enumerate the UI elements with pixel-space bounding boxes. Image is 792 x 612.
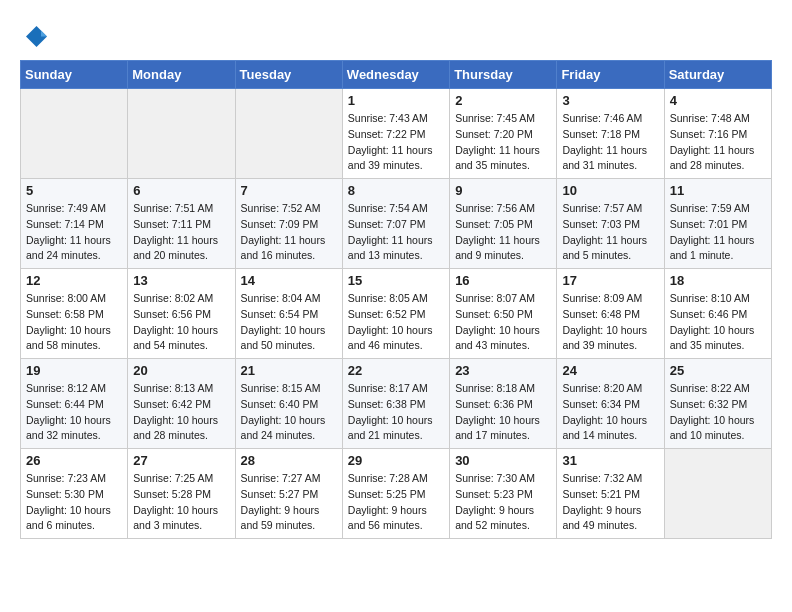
day-cell: 18Sunrise: 8:10 AM Sunset: 6:46 PM Dayli… <box>664 269 771 359</box>
day-info: Sunrise: 7:23 AM Sunset: 5:30 PM Dayligh… <box>26 471 122 534</box>
day-number: 22 <box>348 363 444 378</box>
day-info: Sunrise: 7:54 AM Sunset: 7:07 PM Dayligh… <box>348 201 444 264</box>
day-cell <box>21 89 128 179</box>
week-row-3: 12Sunrise: 8:00 AM Sunset: 6:58 PM Dayli… <box>21 269 772 359</box>
day-cell: 26Sunrise: 7:23 AM Sunset: 5:30 PM Dayli… <box>21 449 128 539</box>
day-cell: 19Sunrise: 8:12 AM Sunset: 6:44 PM Dayli… <box>21 359 128 449</box>
week-row-4: 19Sunrise: 8:12 AM Sunset: 6:44 PM Dayli… <box>21 359 772 449</box>
week-row-1: 1Sunrise: 7:43 AM Sunset: 7:22 PM Daylig… <box>21 89 772 179</box>
day-info: Sunrise: 7:25 AM Sunset: 5:28 PM Dayligh… <box>133 471 229 534</box>
day-number: 3 <box>562 93 658 108</box>
day-cell <box>664 449 771 539</box>
weekday-header-row: SundayMondayTuesdayWednesdayThursdayFrid… <box>21 61 772 89</box>
day-info: Sunrise: 8:22 AM Sunset: 6:32 PM Dayligh… <box>670 381 766 444</box>
day-number: 4 <box>670 93 766 108</box>
calendar-table: SundayMondayTuesdayWednesdayThursdayFrid… <box>20 60 772 539</box>
day-number: 18 <box>670 273 766 288</box>
day-cell: 8Sunrise: 7:54 AM Sunset: 7:07 PM Daylig… <box>342 179 449 269</box>
day-cell: 3Sunrise: 7:46 AM Sunset: 7:18 PM Daylig… <box>557 89 664 179</box>
day-cell: 22Sunrise: 8:17 AM Sunset: 6:38 PM Dayli… <box>342 359 449 449</box>
day-cell <box>235 89 342 179</box>
day-number: 8 <box>348 183 444 198</box>
day-info: Sunrise: 7:32 AM Sunset: 5:21 PM Dayligh… <box>562 471 658 534</box>
weekday-header-monday: Monday <box>128 61 235 89</box>
day-cell: 13Sunrise: 8:02 AM Sunset: 6:56 PM Dayli… <box>128 269 235 359</box>
day-number: 5 <box>26 183 122 198</box>
day-number: 19 <box>26 363 122 378</box>
day-number: 26 <box>26 453 122 468</box>
day-info: Sunrise: 8:09 AM Sunset: 6:48 PM Dayligh… <box>562 291 658 354</box>
day-info: Sunrise: 8:10 AM Sunset: 6:46 PM Dayligh… <box>670 291 766 354</box>
day-cell <box>128 89 235 179</box>
day-number: 24 <box>562 363 658 378</box>
page-header <box>20 20 772 50</box>
day-info: Sunrise: 7:30 AM Sunset: 5:23 PM Dayligh… <box>455 471 551 534</box>
day-number: 6 <box>133 183 229 198</box>
day-cell: 20Sunrise: 8:13 AM Sunset: 6:42 PM Dayli… <box>128 359 235 449</box>
weekday-header-tuesday: Tuesday <box>235 61 342 89</box>
weekday-header-wednesday: Wednesday <box>342 61 449 89</box>
weekday-header-saturday: Saturday <box>664 61 771 89</box>
day-cell: 25Sunrise: 8:22 AM Sunset: 6:32 PM Dayli… <box>664 359 771 449</box>
day-info: Sunrise: 8:18 AM Sunset: 6:36 PM Dayligh… <box>455 381 551 444</box>
day-number: 31 <box>562 453 658 468</box>
day-info: Sunrise: 8:20 AM Sunset: 6:34 PM Dayligh… <box>562 381 658 444</box>
day-number: 30 <box>455 453 551 468</box>
day-info: Sunrise: 7:46 AM Sunset: 7:18 PM Dayligh… <box>562 111 658 174</box>
day-number: 23 <box>455 363 551 378</box>
day-cell: 7Sunrise: 7:52 AM Sunset: 7:09 PM Daylig… <box>235 179 342 269</box>
day-info: Sunrise: 7:45 AM Sunset: 7:20 PM Dayligh… <box>455 111 551 174</box>
weekday-header-sunday: Sunday <box>21 61 128 89</box>
day-cell: 14Sunrise: 8:04 AM Sunset: 6:54 PM Dayli… <box>235 269 342 359</box>
day-cell: 4Sunrise: 7:48 AM Sunset: 7:16 PM Daylig… <box>664 89 771 179</box>
day-number: 20 <box>133 363 229 378</box>
day-info: Sunrise: 8:13 AM Sunset: 6:42 PM Dayligh… <box>133 381 229 444</box>
day-cell: 6Sunrise: 7:51 AM Sunset: 7:11 PM Daylig… <box>128 179 235 269</box>
day-cell: 9Sunrise: 7:56 AM Sunset: 7:05 PM Daylig… <box>450 179 557 269</box>
day-cell: 31Sunrise: 7:32 AM Sunset: 5:21 PM Dayli… <box>557 449 664 539</box>
day-cell: 15Sunrise: 8:05 AM Sunset: 6:52 PM Dayli… <box>342 269 449 359</box>
day-cell: 10Sunrise: 7:57 AM Sunset: 7:03 PM Dayli… <box>557 179 664 269</box>
day-number: 13 <box>133 273 229 288</box>
week-row-5: 26Sunrise: 7:23 AM Sunset: 5:30 PM Dayli… <box>21 449 772 539</box>
day-info: Sunrise: 8:07 AM Sunset: 6:50 PM Dayligh… <box>455 291 551 354</box>
day-cell: 16Sunrise: 8:07 AM Sunset: 6:50 PM Dayli… <box>450 269 557 359</box>
day-number: 12 <box>26 273 122 288</box>
weekday-header-thursday: Thursday <box>450 61 557 89</box>
day-cell: 29Sunrise: 7:28 AM Sunset: 5:25 PM Dayli… <box>342 449 449 539</box>
day-cell: 17Sunrise: 8:09 AM Sunset: 6:48 PM Dayli… <box>557 269 664 359</box>
day-info: Sunrise: 7:49 AM Sunset: 7:14 PM Dayligh… <box>26 201 122 264</box>
day-info: Sunrise: 7:56 AM Sunset: 7:05 PM Dayligh… <box>455 201 551 264</box>
logo <box>20 20 54 50</box>
day-cell: 5Sunrise: 7:49 AM Sunset: 7:14 PM Daylig… <box>21 179 128 269</box>
day-cell: 27Sunrise: 7:25 AM Sunset: 5:28 PM Dayli… <box>128 449 235 539</box>
day-info: Sunrise: 8:15 AM Sunset: 6:40 PM Dayligh… <box>241 381 337 444</box>
weekday-header-friday: Friday <box>557 61 664 89</box>
day-number: 27 <box>133 453 229 468</box>
day-info: Sunrise: 7:48 AM Sunset: 7:16 PM Dayligh… <box>670 111 766 174</box>
day-info: Sunrise: 8:02 AM Sunset: 6:56 PM Dayligh… <box>133 291 229 354</box>
day-info: Sunrise: 7:27 AM Sunset: 5:27 PM Dayligh… <box>241 471 337 534</box>
day-info: Sunrise: 8:17 AM Sunset: 6:38 PM Dayligh… <box>348 381 444 444</box>
day-number: 10 <box>562 183 658 198</box>
day-number: 16 <box>455 273 551 288</box>
day-cell: 30Sunrise: 7:30 AM Sunset: 5:23 PM Dayli… <box>450 449 557 539</box>
day-info: Sunrise: 7:57 AM Sunset: 7:03 PM Dayligh… <box>562 201 658 264</box>
day-cell: 24Sunrise: 8:20 AM Sunset: 6:34 PM Dayli… <box>557 359 664 449</box>
day-number: 14 <box>241 273 337 288</box>
day-cell: 21Sunrise: 8:15 AM Sunset: 6:40 PM Dayli… <box>235 359 342 449</box>
day-number: 15 <box>348 273 444 288</box>
week-row-2: 5Sunrise: 7:49 AM Sunset: 7:14 PM Daylig… <box>21 179 772 269</box>
day-info: Sunrise: 7:51 AM Sunset: 7:11 PM Dayligh… <box>133 201 229 264</box>
day-info: Sunrise: 7:28 AM Sunset: 5:25 PM Dayligh… <box>348 471 444 534</box>
day-cell: 11Sunrise: 7:59 AM Sunset: 7:01 PM Dayli… <box>664 179 771 269</box>
day-number: 2 <box>455 93 551 108</box>
day-number: 9 <box>455 183 551 198</box>
day-info: Sunrise: 7:59 AM Sunset: 7:01 PM Dayligh… <box>670 201 766 264</box>
day-cell: 2Sunrise: 7:45 AM Sunset: 7:20 PM Daylig… <box>450 89 557 179</box>
day-cell: 28Sunrise: 7:27 AM Sunset: 5:27 PM Dayli… <box>235 449 342 539</box>
day-number: 7 <box>241 183 337 198</box>
logo-icon <box>20 20 50 50</box>
day-info: Sunrise: 8:05 AM Sunset: 6:52 PM Dayligh… <box>348 291 444 354</box>
day-number: 25 <box>670 363 766 378</box>
